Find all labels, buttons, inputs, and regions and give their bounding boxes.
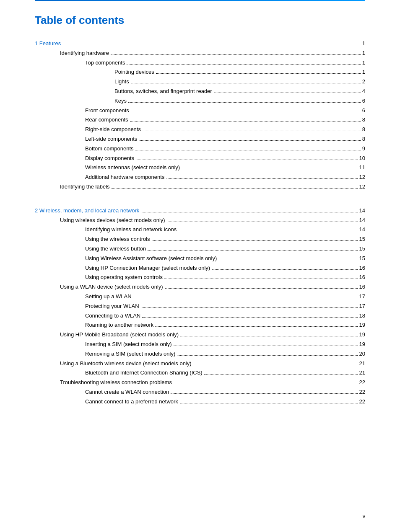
entry-text: Lights: [114, 77, 129, 86]
toc-page: 12: [359, 173, 365, 182]
toc-dots: [128, 102, 361, 103]
toc-page: 16: [359, 273, 365, 282]
toc-dots: [166, 178, 357, 179]
toc-entry: Troubleshooting wireless connection prob…: [35, 378, 365, 387]
toc-dots: [180, 403, 358, 403]
toc-dots: [143, 131, 361, 131]
toc-dots: [139, 140, 360, 141]
toc-dots: [135, 150, 361, 150]
toc-entry: Removing a SIM (select models only) 20: [35, 350, 365, 359]
toc-dots: [218, 260, 357, 260]
toc-entry: Using operating system controls 16: [35, 273, 365, 282]
entry-text: Inserting a SIM (select models only): [85, 340, 172, 349]
toc-page: 11: [359, 163, 365, 172]
entry-text: Using Wireless Assistant software (selec…: [85, 254, 217, 263]
toc-page: 1: [362, 68, 365, 77]
toc-page: 12: [359, 183, 365, 191]
toc-dots: [155, 326, 357, 327]
toc-dots: [148, 250, 357, 251]
entry-text: 2 Wireless, modem, and local area networ…: [35, 207, 139, 215]
toc-entry: Pointing devices 1: [35, 68, 365, 77]
toc-page: 14: [359, 216, 365, 225]
toc-page: 1: [362, 49, 365, 58]
entry-text: Additional hardware components: [85, 173, 164, 182]
toc-entry: Cannot connect to a preferred network 22: [35, 398, 365, 406]
toc-dots: [182, 169, 357, 169]
spacer: [35, 199, 365, 207]
entry-text: Front components: [85, 106, 129, 115]
toc-page: 16: [359, 264, 365, 273]
toc-dots: [152, 240, 358, 241]
entry-text: Identifying hardware: [60, 49, 109, 58]
toc-page: 15: [359, 254, 365, 263]
toc-entry: Setting up a WLAN 17: [35, 292, 365, 301]
entry-text: Keys: [114, 97, 127, 106]
toc-page: 6: [362, 97, 365, 106]
toc-entry: Using HP Mobile Broadband (select models…: [35, 331, 365, 339]
toc-dots: [167, 222, 358, 222]
page-title: Table of contents: [35, 14, 365, 27]
toc-entry: Additional hardware components 12: [35, 173, 365, 182]
toc-dots: [214, 93, 361, 93]
toc-page: 15: [359, 235, 365, 244]
entry-text: Buttons, switches, and fingerprint reade…: [114, 87, 212, 96]
toc-entry: Lights 2: [35, 77, 365, 86]
toc-dots: [177, 355, 357, 356]
toc-entry: Using wireless devices (select models on…: [35, 216, 365, 225]
entry-text: Cannot connect to a preferred network: [85, 398, 178, 406]
toc-dots: [141, 307, 358, 308]
toc-dots: [133, 298, 358, 298]
entry-text: Using the wireless controls: [85, 235, 150, 244]
toc-dots: [178, 231, 357, 231]
toc-entry: Using a Bluetooth wireless device (selec…: [35, 359, 365, 368]
toc-page: 2: [362, 77, 365, 86]
toc-entry: Roaming to another network 19: [35, 321, 365, 330]
toc-page: 17: [359, 292, 365, 301]
toc-dots: [111, 54, 361, 55]
toc-entry: Left-side components 8: [35, 135, 365, 144]
entry-text: Rear components: [85, 116, 128, 124]
toc-dots: [204, 374, 358, 374]
toc-dots: [62, 45, 361, 45]
toc-entry: Inserting a SIM (select models only) 19: [35, 340, 365, 349]
entry-text: Troubleshooting wireless connection prob…: [60, 378, 172, 387]
page-number-footer: v: [363, 514, 365, 519]
toc-entry: Bluetooth and Internet Connection Sharin…: [35, 369, 365, 377]
toc-entry: Front components 6: [35, 106, 365, 115]
toc-page: 1: [362, 59, 365, 67]
chapter-1: 1 Features 1 Identifying hardware 1 Top …: [35, 39, 365, 191]
toc-page: 19: [359, 331, 365, 339]
toc-entry: Keys 6: [35, 97, 365, 106]
toc-page: 22: [359, 398, 365, 406]
toc-entry: Identifying the labels 12: [35, 183, 365, 191]
entry-text: Using a WLAN device (select models only): [60, 283, 163, 292]
toc-section: 1 Features 1 Identifying hardware 1 Top …: [35, 39, 365, 406]
toc-entry: Identifying hardware 1: [35, 49, 365, 58]
toc-dots: [142, 317, 357, 318]
entry-text: Display components: [85, 154, 134, 163]
toc-dots: [136, 160, 357, 160]
toc-dots: [174, 346, 358, 346]
toc-entry: Using the wireless controls 15: [35, 235, 365, 244]
toc-page: 9: [362, 145, 365, 153]
toc-page: 22: [359, 388, 365, 397]
toc-entry: Using the wireless button 15: [35, 245, 365, 253]
entry-text: Using HP Connection Manager (select mode…: [85, 264, 210, 273]
entry-text: Identifying wireless and network icons: [85, 225, 177, 234]
entry-text: Using the wireless button: [85, 245, 146, 253]
entry-text: Roaming to another network: [85, 321, 153, 330]
entry-text: Right-side components: [85, 125, 141, 134]
toc-dots: [112, 188, 358, 189]
toc-dots: [174, 384, 358, 384]
entry-text: Cannot create a WLAN connection: [85, 388, 169, 397]
toc-page: 21: [359, 369, 365, 377]
entry-text: Connecting to a WLAN: [85, 312, 140, 320]
toc-dots: [165, 288, 358, 289]
entry-text: Using operating system controls: [85, 273, 163, 282]
toc-page: 21: [359, 359, 365, 368]
toc-entry: Wireless antennas (select models only) 1…: [35, 163, 365, 172]
top-rule: [35, 0, 365, 1]
page-container: Table of contents 1 Features 1 Identifyi…: [0, 0, 400, 532]
toc-dots: [130, 121, 361, 121]
toc-page: 1: [362, 39, 365, 48]
